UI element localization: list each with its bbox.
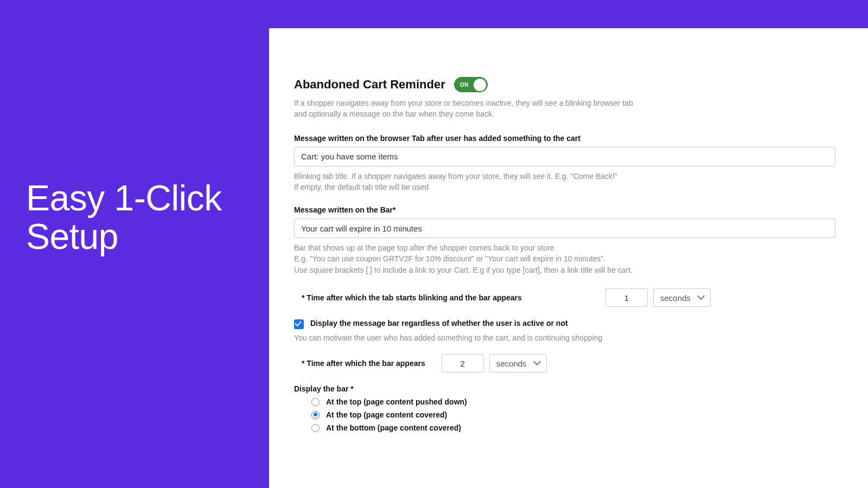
- tab-message-label: Message written on the browser Tab after…: [294, 134, 835, 143]
- time-bar-value-input[interactable]: [442, 354, 484, 373]
- bar-position-radio-top-cover[interactable]: [311, 411, 320, 419]
- bar-message-input[interactable]: [294, 219, 835, 238]
- time-blink-unit-select[interactable]: seconds: [653, 288, 711, 307]
- settings-panel: Abandoned Cart Reminder ON If a shopper …: [269, 28, 868, 488]
- time-bar-unit-select[interactable]: seconds: [489, 354, 547, 373]
- bar-position-option-bottom-cover: At the bottom (page content covered): [326, 423, 461, 432]
- time-blink-row: * Time after which the tab starts blinki…: [294, 288, 835, 307]
- always-display-help: You can motivate the user who has added …: [294, 332, 835, 343]
- chevron-down-icon: [698, 294, 705, 301]
- bar-position-radio-bottom-cover[interactable]: [311, 424, 320, 432]
- chevron-down-icon: [534, 360, 541, 367]
- always-display-row: Display the message bar regardless of wh…: [294, 319, 835, 329]
- time-bar-label: * Time after which the bar appears: [302, 359, 425, 368]
- bar-position-group: At the top (page content pushed down) At…: [294, 397, 835, 432]
- time-bar-unit-value: seconds: [496, 359, 527, 368]
- hero-line-2: Setup: [26, 217, 222, 256]
- hero-headline: Easy 1-Click Setup: [26, 179, 222, 256]
- bar-position-option-top-push: At the top (page content pushed down): [326, 397, 467, 406]
- bar-message-label: Message written on the Bar*: [294, 206, 835, 214]
- time-blink-unit-value: seconds: [660, 293, 691, 303]
- toggle-on-label: ON: [460, 82, 469, 88]
- always-display-label: Display the message bar regardless of wh…: [310, 319, 568, 328]
- time-blink-value-input[interactable]: [605, 288, 648, 307]
- time-bar-row: * Time after which the bar appears secon…: [294, 354, 835, 373]
- bar-position-label: Display the bar *: [294, 384, 835, 393]
- feature-toggle[interactable]: ON: [454, 77, 488, 92]
- time-blink-label: * Time after which the tab starts blinki…: [302, 293, 522, 302]
- bar-position-option-top-cover: At the top (page content covered): [326, 410, 447, 419]
- bar-message-help: Bar that shows up at the page top after …: [294, 242, 835, 275]
- toggle-knob-icon: [474, 79, 486, 91]
- bar-position-radio-top-push[interactable]: [311, 398, 320, 406]
- always-display-checkbox[interactable]: [294, 319, 304, 329]
- tab-message-help: Blinking tab title. If a shopper navigat…: [294, 171, 835, 193]
- section-intro: If a shopper navigates away from your st…: [294, 98, 750, 120]
- section-title: Abandoned Cart Reminder: [294, 78, 445, 92]
- hero-line-1: Easy 1-Click: [26, 179, 222, 217]
- tab-message-input[interactable]: [294, 147, 835, 166]
